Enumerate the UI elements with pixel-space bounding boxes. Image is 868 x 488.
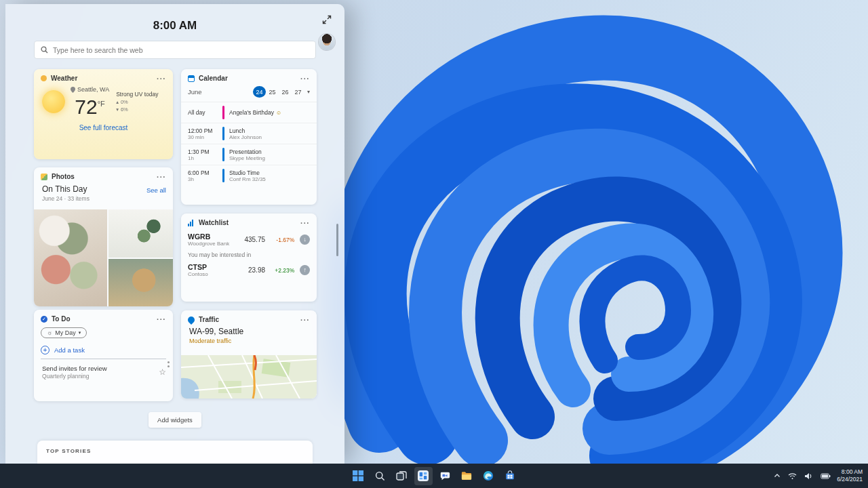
calendar-menu-button[interactable]: ···	[300, 76, 310, 81]
system-tray: 8:00 AM 6/24/2021	[772, 464, 863, 488]
traffic-menu-button[interactable]: ···	[300, 317, 310, 323]
pagination-dots	[167, 361, 170, 367]
stock-up-icon[interactable]: ↑	[300, 265, 310, 275]
calendar-month: June	[188, 88, 253, 96]
photos-collage	[34, 209, 173, 306]
weather-condition: Strong UV today	[116, 91, 158, 98]
photo-tile[interactable]	[34, 209, 107, 306]
panel-time: 8:00 AM	[5, 4, 344, 33]
edge-browser-button[interactable]	[479, 467, 498, 485]
search-icon	[41, 44, 48, 56]
photos-menu-button[interactable]: ···	[157, 174, 166, 180]
chevron-down-icon[interactable]: ▾	[304, 89, 310, 95]
add-widgets-button[interactable]: Add widgets	[149, 412, 201, 428]
taskbar-search-button[interactable]	[371, 467, 389, 485]
event-color-bar	[222, 127, 224, 140]
calendar-day[interactable]: 27	[292, 86, 304, 98]
taskbar: 8:00 AM 6/24/2021	[0, 464, 868, 488]
photos-icon	[41, 174, 47, 180]
edge-icon	[483, 470, 494, 481]
todo-icon: ✓	[41, 316, 47, 323]
chat-icon	[439, 470, 450, 481]
expand-icon	[322, 16, 332, 26]
calendar-day[interactable]: 26	[279, 86, 292, 98]
start-button[interactable]	[349, 467, 368, 485]
calendar-day[interactable]: 25	[266, 86, 279, 98]
widgets-grid: Weather ··· Seattle, WA 72°F	[5, 69, 344, 401]
sun-small-icon: ☼	[47, 329, 52, 336]
calendar-widget[interactable]: Calendar ··· June 24 25 26 27 ▾ All day	[181, 69, 317, 205]
expand-panel-button[interactable]	[320, 14, 334, 27]
chart-icon	[188, 220, 195, 226]
watchlist-menu-button[interactable]: ···	[300, 220, 310, 226]
sun-icon	[42, 90, 65, 113]
traffic-title: Traffic	[199, 316, 296, 323]
weather-menu-button[interactable]: ···	[157, 76, 166, 81]
weather-location: Seattle, WA	[77, 86, 109, 93]
event-color-bar	[222, 106, 224, 119]
battery-icon[interactable]	[819, 472, 832, 481]
calendar-event[interactable]: 1:30 PM 1h Presentation Skype Meeting	[181, 144, 317, 165]
chat-button[interactable]	[436, 467, 454, 485]
search-input[interactable]	[53, 46, 309, 54]
todo-title: To Do	[52, 315, 153, 323]
traffic-location: WA-99, Seattle	[189, 327, 317, 336]
add-task-button[interactable]: + Add a task	[41, 346, 166, 359]
search-icon	[375, 471, 385, 481]
todo-menu-button[interactable]: ···	[157, 317, 166, 322]
task-item[interactable]: Send invites for review Quarterly planni…	[34, 359, 173, 380]
photos-subtitle: June 24 · 33 items	[42, 195, 146, 202]
network-icon[interactable]	[787, 471, 798, 481]
folder-icon	[461, 470, 472, 481]
watchlist-widget[interactable]: Watchlist ··· WGRB Woodgrove Bank 435.75…	[181, 214, 317, 302]
watchlist-interest-text: You may be interested in	[181, 250, 317, 260]
calendar-event[interactable]: 6:00 PM 3h Studio Time Conf Rm 32/35	[181, 165, 317, 186]
tray-date: 6/24/2021	[837, 476, 863, 483]
weather-temperature: 72°F	[75, 94, 105, 117]
stock-row[interactable]: WGRB Woodgrove Bank 435.75 -1.67% ↓	[181, 229, 317, 250]
windows-logo-icon	[353, 470, 363, 481]
calendar-title: Calendar	[199, 75, 296, 82]
tray-time: 8:00 AM	[837, 468, 863, 476]
photos-title: Photos	[52, 173, 153, 180]
weather-title: Weather	[51, 75, 153, 82]
top-stories-section[interactable]: TOP STORIES	[37, 441, 313, 464]
traffic-icon	[186, 314, 196, 324]
photos-see-all-link[interactable]: See all	[146, 186, 166, 194]
calendar-day[interactable]: 24	[253, 86, 266, 98]
task-title: Send invites for review	[42, 365, 159, 372]
tray-clock[interactable]: 8:00 AM 6/24/2021	[837, 468, 863, 483]
user-avatar[interactable]	[319, 34, 335, 50]
traffic-widget[interactable]: Traffic ··· WA-99, Seattle Moderate traf…	[181, 310, 317, 399]
stock-down-icon[interactable]: ↓	[300, 235, 310, 245]
star-icon[interactable]: ☆	[159, 367, 166, 377]
stock-row[interactable]: CTSP Contoso 23.98 +2.23% ↑	[181, 260, 317, 281]
weather-widget[interactable]: Weather ··· Seattle, WA 72°F	[34, 69, 173, 159]
task-subtitle: Quarterly planning	[42, 373, 159, 380]
photo-tile[interactable]	[108, 209, 173, 258]
traffic-map[interactable]	[181, 355, 317, 399]
watchlist-title: Watchlist	[199, 219, 296, 226]
event-color-bar	[222, 169, 224, 182]
panel-scrollbar[interactable]	[336, 224, 338, 256]
store-button[interactable]	[501, 467, 519, 485]
photo-tile[interactable]	[108, 259, 173, 307]
volume-icon[interactable]	[803, 471, 814, 481]
search-bar[interactable]	[34, 41, 316, 59]
my-day-dropdown[interactable]: ☼ My Day ▾	[41, 327, 87, 338]
photos-widget[interactable]: Photos ··· On This Day June 24 · 33 item…	[34, 167, 173, 306]
calendar-event[interactable]: All day Angela's Birthday☺	[181, 102, 317, 123]
tray-chevron-up-icon[interactable]	[772, 472, 782, 480]
down-arrow-icon: ▾	[116, 106, 119, 113]
widgets-icon	[418, 470, 429, 481]
task-view-button[interactable]	[393, 467, 411, 485]
calendar-icon	[188, 75, 195, 82]
see-full-forecast-link[interactable]: See full forecast	[79, 124, 128, 131]
traffic-status: Moderate traffic	[189, 338, 317, 344]
file-explorer-button[interactable]	[458, 467, 476, 485]
todo-widget[interactable]: ✓ To Do ··· ☼ My Day ▾ + Add a task	[34, 310, 173, 401]
widgets-button[interactable]	[414, 467, 433, 485]
widgets-panel: 8:00 AM	[5, 4, 344, 464]
birthday-emoji-icon: ☺	[276, 110, 281, 116]
calendar-event[interactable]: 12:00 PM 30 min Lunch Alex Johnson	[181, 123, 317, 144]
